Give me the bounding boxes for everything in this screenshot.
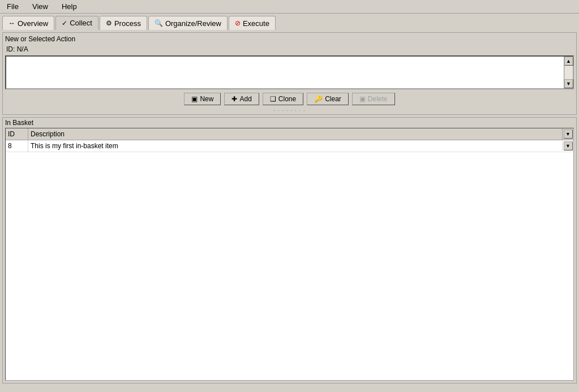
- collect-icon: ✓: [62, 19, 67, 27]
- col-action-button[interactable]: ▼: [564, 130, 573, 139]
- col-header-action: ▼: [562, 128, 573, 140]
- tab-organize-label: Organize/Review: [165, 19, 221, 28]
- clear-button[interactable]: 🔑 Clear: [307, 93, 349, 105]
- tab-overview-label: Overview: [18, 19, 48, 28]
- new-button-label: New: [200, 95, 213, 103]
- menu-view[interactable]: View: [28, 1, 53, 12]
- tab-execute-label: Execute: [243, 19, 269, 28]
- basket-section: In Basket ID Description ▼ 8 This is my …: [2, 117, 577, 384]
- delete-icon: ▣: [359, 95, 366, 103]
- clear-button-label: Clear: [325, 95, 341, 103]
- tab-overview[interactable]: ↔ Overview: [2, 16, 54, 30]
- table-header: ID Description ▼: [6, 128, 573, 140]
- row-id: 8: [6, 140, 28, 152]
- add-button[interactable]: ✚ Add: [224, 93, 259, 105]
- delete-button[interactable]: ▣ Delete: [352, 93, 395, 105]
- new-button[interactable]: ▣ New: [184, 93, 221, 105]
- scrollbar-down[interactable]: ▼: [564, 79, 573, 88]
- row-description: This is my first in-basket item: [28, 140, 562, 152]
- delete-button-label: Delete: [368, 95, 388, 103]
- tab-collect[interactable]: ✓ Collect: [55, 16, 98, 30]
- execute-icon: ⊘: [235, 19, 241, 27]
- basket-title: In Basket: [3, 118, 576, 128]
- main-content: New or Selected Action ID: N/A ▲ ▼ ▣ New…: [0, 30, 579, 386]
- overview-icon: ↔: [8, 19, 15, 27]
- resize-handle[interactable]: · · · · · · · ·: [5, 109, 574, 112]
- menu-help[interactable]: Help: [57, 1, 82, 12]
- action-id-label: ID: N/A: [5, 45, 574, 53]
- new-icon: ▣: [191, 95, 198, 103]
- table-row[interactable]: 8 This is my first in-basket item ▼: [6, 140, 573, 152]
- add-button-label: Add: [239, 95, 251, 103]
- add-icon: ✚: [231, 95, 237, 103]
- basket-table: ID Description ▼ 8 This is my first in-b…: [5, 128, 574, 381]
- action-textarea-container: ▲ ▼: [5, 55, 574, 89]
- tab-execute[interactable]: ⊘ Execute: [229, 16, 276, 30]
- tab-process-label: Process: [114, 19, 141, 28]
- clone-icon: ❑: [270, 95, 276, 103]
- col-header-id: ID: [6, 128, 28, 140]
- action-section-title: New or Selected Action: [5, 35, 574, 43]
- scrollbar-track: [565, 66, 573, 79]
- menubar: File View Help: [0, 0, 579, 14]
- row-action: ▼: [562, 141, 573, 150]
- row-action-button[interactable]: ▼: [564, 141, 573, 150]
- process-icon: ⚙: [106, 19, 112, 27]
- organize-icon: 🔍: [155, 19, 163, 27]
- clone-button-label: Clone: [278, 95, 296, 103]
- menu-file[interactable]: File: [2, 1, 23, 12]
- clone-button[interactable]: ❑ Clone: [263, 93, 303, 105]
- action-button-row: ▣ New ✚ Add ❑ Clone 🔑 Clear ▣ Delete: [5, 89, 574, 109]
- table-body: 8 This is my first in-basket item ▼: [6, 140, 573, 380]
- clear-icon: 🔑: [314, 95, 323, 103]
- textarea-scrollbar[interactable]: ▲ ▼: [564, 57, 573, 88]
- action-textarea[interactable]: [6, 57, 563, 88]
- tab-collect-label: Collect: [70, 19, 92, 27]
- scrollbar-up[interactable]: ▲: [564, 57, 573, 66]
- tab-process[interactable]: ⚙ Process: [100, 16, 147, 30]
- action-section: New or Selected Action ID: N/A ▲ ▼ ▣ New…: [2, 32, 577, 115]
- tab-organize[interactable]: 🔍 Organize/Review: [148, 16, 228, 30]
- col-header-desc: Description: [28, 128, 562, 140]
- tabbar: ↔ Overview ✓ Collect ⚙ Process 🔍 Organiz…: [0, 14, 579, 30]
